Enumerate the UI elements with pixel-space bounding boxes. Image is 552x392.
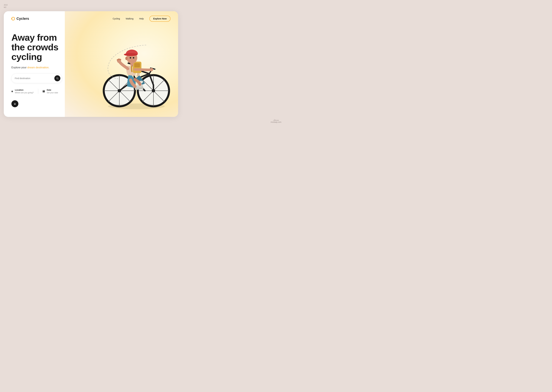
hero-right	[91, 31, 170, 111]
main-card: Cyclers Cycling Walking Help Explore Now	[4, 11, 178, 117]
nav-link-walking[interactable]: Walking	[126, 17, 133, 20]
date-sub: Set your date	[47, 91, 58, 94]
nav-links: Cycling Walking Help Explore Now	[113, 16, 170, 22]
location-item: Location Where are you going?	[11, 89, 38, 94]
nav-item-cta[interactable]: Explore Now	[149, 16, 170, 22]
hero-subtitle-plain: Explore your	[11, 66, 27, 69]
hero-title-line1: Away from	[11, 32, 57, 42]
explore-now-button[interactable]: Explore Now	[149, 16, 170, 22]
nav-item-help[interactable]: Help	[139, 17, 144, 20]
arrow-down-icon	[14, 102, 16, 105]
hero-title-line2: the crowds	[11, 42, 58, 52]
search-icon	[56, 77, 59, 80]
svg-line-1	[58, 79, 58, 79]
footer-arabic: مستقل	[273, 119, 279, 121]
nav-item-walking[interactable]: Walking	[126, 17, 133, 20]
svg-point-50	[108, 104, 165, 109]
location-icon	[11, 91, 13, 92]
hero-subtitle: Explore your dream destination.	[11, 66, 91, 69]
hero-subtitle-highlight: dream destination.	[27, 66, 50, 69]
search-input[interactable]	[15, 77, 54, 80]
hero-title-line3: cycling	[11, 52, 42, 62]
date-label: Date	[47, 89, 58, 91]
hero-section: Away from the crowds cycling Explore you…	[4, 25, 178, 117]
hero-title: Away from the crowds cycling	[11, 33, 91, 62]
logo[interactable]: Cyclers	[11, 17, 29, 21]
navbar: Cyclers Cycling Walking Help Explore Now	[4, 11, 178, 25]
search-button[interactable]	[54, 75, 60, 81]
date-item: Date Set your date	[38, 89, 62, 94]
brand-name: Cyclers	[16, 17, 29, 21]
footer-text: مستقل mostaqi.com	[4, 119, 548, 123]
dashed-path-decoration	[93, 41, 153, 82]
logo-icon	[11, 17, 15, 21]
location-label: Location	[15, 89, 34, 91]
year-label: 2022	[4, 4, 7, 6]
initials-label: MC	[4, 6, 7, 8]
nav-item-cycling[interactable]: Cycling	[113, 17, 120, 20]
hero-left: Away from the crowds cycling Explore you…	[11, 31, 91, 111]
scroll-down-button[interactable]	[11, 100, 18, 107]
calendar-icon	[43, 91, 45, 92]
location-text: Location Where are you going?	[15, 89, 34, 94]
search-bar	[11, 74, 62, 83]
watermark: 2022 MC	[4, 4, 7, 9]
location-sub: Where are you going?	[15, 91, 34, 94]
nav-link-cycling[interactable]: Cycling	[113, 17, 120, 20]
info-row: Location Where are you going? Date Set y…	[11, 89, 91, 94]
nav-link-help[interactable]: Help	[139, 17, 144, 20]
footer-domain: mostaqi.com	[271, 121, 281, 123]
page-footer: مستقل mostaqi.com	[4, 119, 548, 123]
date-text: Date Set your date	[47, 89, 58, 94]
